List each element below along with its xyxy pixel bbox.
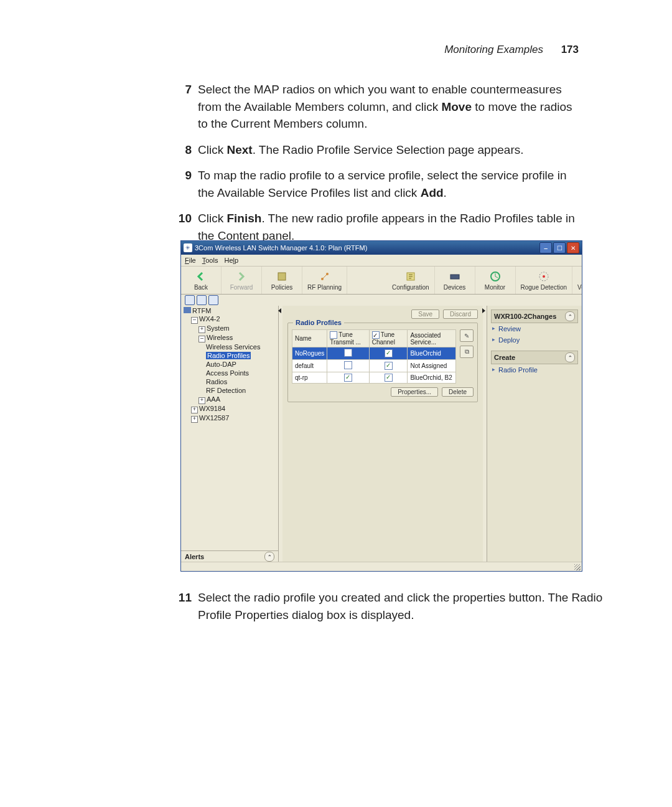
navigation-tree[interactable]: RTFM –WX4-2 +System –Wireless Wireless S…: [181, 306, 279, 562]
monitor-button[interactable]: Monitor: [475, 267, 516, 294]
splitter-right[interactable]: [483, 306, 487, 562]
tree-root[interactable]: RTFM: [192, 307, 211, 314]
toolbar-icon: [404, 270, 417, 283]
table-row[interactable]: NoRogues✓BlueOrchid: [292, 347, 456, 360]
toolbar-label: Policies: [271, 284, 292, 291]
table-row[interactable]: default✓Not Assigned: [292, 360, 456, 372]
page-number: 173: [561, 44, 579, 55]
expander-icon[interactable]: +: [198, 326, 205, 333]
discard-button[interactable]: Discard: [443, 309, 478, 319]
create-radio-profile-link[interactable]: Radio Profile: [491, 364, 578, 375]
tree-aaa[interactable]: AAA: [207, 395, 220, 403]
copy-icon-button[interactable]: ⧉: [460, 346, 474, 358]
policies-button[interactable]: Policies: [262, 267, 302, 294]
util-btn-2[interactable]: [197, 295, 207, 305]
main-toolbar: BackForwardPoliciesRF PlanningConfigurat…: [181, 267, 582, 295]
changes-header[interactable]: WXR100-2Changes ⌃: [491, 309, 578, 323]
alerts-panel-header[interactable]: Alerts ⌃: [181, 550, 278, 562]
back-button[interactable]: Back: [181, 267, 222, 294]
cell-service: Not Assigned: [408, 360, 456, 372]
radio-profiles-table[interactable]: Name Tune Transmit ... ✓Tune Channel Ass…: [292, 329, 456, 384]
menu-help[interactable]: Help: [224, 257, 238, 264]
menu-bar[interactable]: File Tools Help: [181, 255, 582, 267]
expander-icon[interactable]: +: [191, 416, 198, 423]
collapse-icon[interactable]: ⌃: [565, 311, 575, 321]
devices-button[interactable]: Devices: [435, 267, 475, 294]
col-name[interactable]: Name: [292, 330, 327, 347]
tree-wireless-services[interactable]: Wireless Services: [206, 343, 260, 351]
collapse-icon[interactable]: ⌃: [565, 352, 575, 362]
util-btn-1[interactable]: [185, 295, 195, 305]
svg-point-7: [543, 275, 545, 278]
toolbar-icon: [319, 270, 331, 283]
tree-wireless[interactable]: Wireless: [207, 334, 233, 341]
create-header[interactable]: Create ⌃: [491, 351, 578, 364]
tree-wx12587[interactable]: WX12587: [199, 414, 229, 422]
delete-button[interactable]: Delete: [442, 387, 474, 397]
collapse-icon[interactable]: ⌃: [264, 552, 274, 562]
tree-radio-profiles[interactable]: Radio Profiles: [206, 352, 251, 359]
toolbar-icon: [276, 270, 288, 283]
expander-icon[interactable]: –: [191, 317, 198, 324]
instruction-steps: 7Select the MAP radios on which you want…: [174, 81, 581, 244]
maximize-button[interactable]: ☐: [553, 242, 566, 253]
table-row[interactable]: qt-rp✓✓BlueOrchid, B2: [292, 372, 456, 384]
tree-access-points[interactable]: Access Points: [206, 369, 249, 377]
checkbox-icon[interactable]: ✓: [385, 349, 393, 357]
cell-tune-channel[interactable]: ✓: [369, 372, 408, 384]
tree-system[interactable]: System: [207, 324, 230, 332]
minimize-button[interactable]: ‒: [539, 242, 552, 253]
cell-name: qt-rp: [292, 372, 327, 384]
page-header-title: Monitoring Examples: [444, 44, 543, 55]
col-tune-transmit[interactable]: Tune Transmit ...: [327, 330, 369, 347]
tree-auto-dap[interactable]: Auto-DAP: [206, 361, 236, 368]
properties-button[interactable]: Properties...: [391, 387, 438, 397]
cell-tune-transmit[interactable]: [327, 360, 369, 372]
checkbox-icon[interactable]: [344, 361, 352, 369]
verification-button[interactable]: Verification: [572, 267, 582, 294]
checkbox-icon[interactable]: ✓: [372, 331, 380, 339]
tree-wx4[interactable]: WX4-2: [199, 315, 220, 323]
configuration-button[interactable]: Configuration: [387, 267, 434, 294]
step-number: 9: [174, 167, 192, 201]
tree-radios[interactable]: Radios: [206, 378, 227, 385]
step-number: 8: [174, 141, 192, 159]
cell-name: default: [292, 360, 327, 372]
checkbox-icon[interactable]: ✓: [344, 374, 352, 382]
checkbox-icon[interactable]: [330, 331, 337, 339]
resize-grip-icon[interactable]: [574, 564, 581, 570]
checkbox-icon[interactable]: ✓: [385, 362, 393, 370]
checkbox-icon[interactable]: ✓: [385, 374, 393, 382]
content-panel: Save Discard Radio Profiles Name Tune Tr…: [282, 306, 483, 562]
expander-icon[interactable]: +: [198, 397, 205, 404]
cell-tune-transmit[interactable]: [327, 347, 369, 360]
tree-wx9184[interactable]: WX9184: [199, 405, 225, 412]
col-tune-channel[interactable]: ✓Tune Channel: [369, 330, 408, 347]
toolbar-label: RF Planning: [307, 284, 342, 291]
page-header: Monitoring Examples 173: [0, 44, 627, 56]
step-text: Select the MAP radios on which you want …: [198, 81, 581, 133]
col-associated-service[interactable]: Associated Service...: [408, 330, 456, 347]
menu-tools[interactable]: Tools: [202, 257, 218, 264]
step-text: Select the radio profile you created and…: [198, 589, 626, 623]
cell-tune-channel[interactable]: ✓: [369, 360, 408, 372]
toolbar-icon: [235, 270, 248, 283]
cell-tune-transmit[interactable]: ✓: [327, 372, 369, 384]
rogue-button[interactable]: Rogue Detection: [516, 267, 573, 294]
save-button[interactable]: Save: [411, 309, 439, 319]
cell-service: BlueOrchid, B2: [408, 372, 456, 384]
expander-icon[interactable]: –: [198, 336, 205, 342]
expander-icon[interactable]: +: [191, 407, 198, 413]
titlebar[interactable]: ✳ 3Com Wireless LAN Switch Manager 4.1.0…: [181, 241, 582, 255]
step-text: Click Next. The Radio Profile Service Se…: [198, 141, 581, 159]
util-btn-3[interactable]: [208, 295, 218, 305]
review-link[interactable]: Review: [491, 323, 578, 334]
checkbox-icon[interactable]: [344, 349, 352, 357]
menu-file[interactable]: File: [185, 257, 196, 264]
tree-rf-detection[interactable]: RF Detection: [206, 387, 246, 394]
close-button[interactable]: ✕: [567, 242, 579, 253]
cell-tune-channel[interactable]: ✓: [369, 347, 408, 360]
deploy-link[interactable]: Deploy: [491, 334, 578, 346]
properties-icon-button[interactable]: ✎: [460, 329, 474, 342]
rfplanning-button[interactable]: RF Planning: [302, 267, 347, 294]
